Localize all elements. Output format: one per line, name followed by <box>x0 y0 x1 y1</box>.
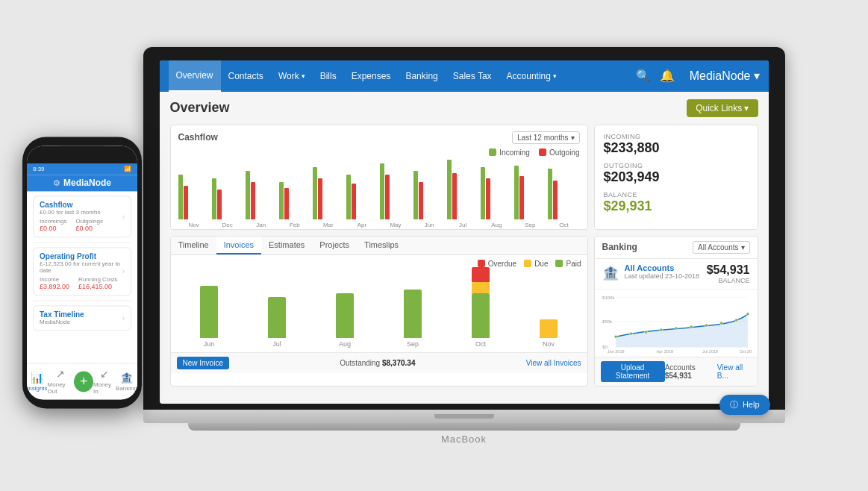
invoice-bar-group <box>313 293 378 338</box>
banking-filter[interactable]: All Accounts ▾ <box>693 241 749 254</box>
invoice-month-label: Sep <box>381 340 446 348</box>
phone-tab-money-out[interactable]: ↗ Money Out <box>48 368 75 395</box>
svg-point-12 <box>705 324 708 327</box>
cashflow-bar-group <box>178 175 210 219</box>
svg-text:$100k: $100k <box>602 295 615 299</box>
incoming-label: INCOMING <box>604 133 749 140</box>
help-button[interactable]: ⓘ Help <box>719 395 769 404</box>
invoice-bar-group <box>449 267 513 338</box>
nav-sales-tax[interactable]: Sales Tax <box>446 60 499 92</box>
overdue-bar <box>472 267 490 282</box>
invoice-month-label: Oct <box>449 340 513 348</box>
help-circle-icon: ⓘ <box>730 399 738 404</box>
nav-overview[interactable]: Overview <box>169 60 221 92</box>
invoice-bar-group <box>245 297 310 338</box>
user-chevron-icon: ▾ <box>754 69 760 83</box>
tab-invoices[interactable]: Invoices <box>216 237 261 254</box>
gear-icon[interactable]: ⚙ <box>53 178 60 188</box>
incoming-bar <box>514 166 519 219</box>
chart-month-label: Apr <box>346 222 378 228</box>
outgoing-bar <box>352 184 356 219</box>
view-all-invoices[interactable]: View all Invoices <box>526 359 581 367</box>
svg-text:Apr 2018: Apr 2018 <box>656 349 673 354</box>
bell-icon[interactable]: 🔔 <box>660 69 675 83</box>
outstanding-text: Outstanding $8,370.34 <box>340 359 415 367</box>
svg-point-10 <box>674 327 677 330</box>
phone-cashflow-title: Cashflow <box>40 201 103 209</box>
chart-month-label: Sep <box>514 222 546 228</box>
svg-text:Jan 2018: Jan 2018 <box>607 349 624 354</box>
banking-footer: Upload Statement Accounts $54,931 View a… <box>595 357 758 386</box>
incoming-bar <box>481 167 485 219</box>
nav-contacts[interactable]: Contacts <box>221 60 271 92</box>
add-fab-button[interactable]: + <box>74 371 93 392</box>
page-title: Overview <box>170 100 230 116</box>
phone-tab-banking[interactable]: 🏦 Banking <box>116 372 137 392</box>
chart-month-label: Jan <box>246 222 277 228</box>
phone-profit-sub: £-12,523.00 for current year to date <box>40 260 122 274</box>
tab-timeslips[interactable]: Timeslips <box>357 237 406 254</box>
account-name[interactable]: All Accounts <box>625 263 700 272</box>
view-all-banking[interactable]: View all B... <box>717 363 752 380</box>
incoming-value: $233,880 <box>604 140 749 156</box>
incoming-bar <box>313 167 317 219</box>
phone-outgoings-value: £0.00 <box>75 225 102 232</box>
invoice-month-label: Nov <box>516 340 581 348</box>
cashflow-legend: Incoming Outgoing <box>178 148 580 157</box>
laptop-bezel: Overview Contacts Work ▾ Bills Expenses … <box>143 47 785 410</box>
balance-value: $29,931 <box>604 198 749 214</box>
app-content: Overview Quick Links ▾ Cashflow Last 12 … <box>160 92 769 404</box>
incoming-bar <box>548 169 552 219</box>
paid-bar <box>200 286 218 338</box>
nav-work[interactable]: Work ▾ <box>271 60 313 92</box>
tab-projects[interactable]: Projects <box>312 237 357 254</box>
phone-cashflow-card[interactable]: Cashflow £0.00 for last 3 months Incomin… <box>33 196 131 237</box>
phone-profit-card[interactable]: Operating Profit £-12,523.00 for current… <box>33 247 131 295</box>
balance-label: BALANCE <box>604 191 749 198</box>
incoming-stat: INCOMING $233,880 <box>604 133 749 156</box>
cashflow-card: Cashflow Last 12 months ▾ Incoming <box>170 125 588 230</box>
chart-month-label: Feb <box>279 222 310 228</box>
phone-bezel: 8:39 📶 ⚙ MediaNode Cashflow £0.00 for la… <box>22 137 142 408</box>
banking-header: Banking All Accounts ▾ <box>595 237 758 259</box>
nav-bills[interactable]: Bills <box>313 60 344 92</box>
quick-links-button[interactable]: Quick Links ▾ <box>687 99 758 117</box>
phone-app-title: MediaNode <box>63 178 111 188</box>
cashflow-chart: Incoming Outgoing NovDecJanFebMarAprMayJ… <box>178 148 580 223</box>
incoming-bar <box>380 163 384 219</box>
upload-statement-button[interactable]: Upload Statement <box>601 361 665 382</box>
balance-label: BALANCE <box>707 277 750 284</box>
incoming-bar <box>212 178 216 219</box>
new-invoice-button[interactable]: New Invoice <box>177 357 229 369</box>
cashflow-labels: NovDecJanFebMarAprMayJunJulAugSepOct <box>178 222 580 228</box>
tab-timeline[interactable]: Timeline <box>171 237 216 254</box>
phone-tax-card[interactable]: Tax Timeline MediaNode › <box>33 305 131 331</box>
chart-month-label: May <box>380 222 411 228</box>
tab-estimates[interactable]: Estimates <box>261 237 312 254</box>
phone-bottom-bar: 📊 Insights ↗ Money Out + ↙ Money In 🏦 <box>27 363 137 399</box>
nav-banking[interactable]: Banking <box>398 60 445 92</box>
phone-tab-insights[interactable]: 📊 Insights <box>27 372 48 392</box>
outgoing-bar <box>452 173 457 219</box>
phone-costs-label: Running Costs <box>78 276 117 283</box>
svg-point-11 <box>690 325 693 328</box>
user-menu[interactable]: MediaNode ▾ <box>690 69 760 83</box>
chart-month-label: Oct <box>548 222 579 228</box>
nav-expenses[interactable]: Expenses <box>344 60 399 92</box>
laptop: Overview Contacts Work ▾ Bills Expenses … <box>143 47 785 445</box>
banking-chevron-icon: ▾ <box>741 243 745 251</box>
invoice-month-label: Jun <box>177 340 242 348</box>
nav-accounting[interactable]: Accounting ▾ <box>499 60 564 92</box>
phone-tab-money-in[interactable]: ↙ Money In <box>93 368 116 395</box>
invoice-bar-group <box>381 290 446 338</box>
account-balance: $54,931 BALANCE <box>707 263 750 284</box>
search-icon[interactable]: 🔍 <box>636 69 651 83</box>
mobile-phone: 8:39 📶 ⚙ MediaNode Cashflow £0.00 for la… <box>22 137 142 408</box>
balance-amount: $54,931 <box>707 263 750 277</box>
svg-text:$50k: $50k <box>602 319 613 324</box>
outgoing-bar <box>184 186 188 219</box>
cashflow-filter[interactable]: Last 12 months ▾ <box>512 131 579 144</box>
paid-bar <box>268 297 286 338</box>
svg-point-14 <box>734 318 737 321</box>
outgoing-value: $203,949 <box>604 169 749 185</box>
